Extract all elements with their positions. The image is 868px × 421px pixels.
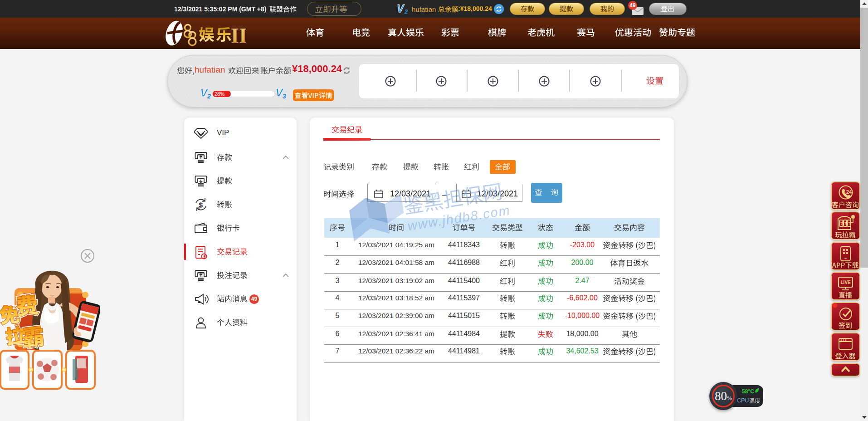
- svg-text:3: 3: [283, 93, 286, 99]
- svg-text:7: 7: [848, 221, 850, 226]
- svg-text:2: 2: [404, 8, 408, 15]
- svg-text:$: $: [199, 201, 203, 209]
- svg-text:II: II: [231, 24, 246, 47]
- svg-text:7: 7: [840, 221, 843, 226]
- svg-text:V: V: [397, 3, 405, 15]
- svg-text:24: 24: [846, 189, 852, 195]
- svg-text:2: 2: [207, 93, 211, 99]
- svg-text:7: 7: [844, 221, 847, 226]
- svg-text:LIVE: LIVE: [841, 280, 851, 285]
